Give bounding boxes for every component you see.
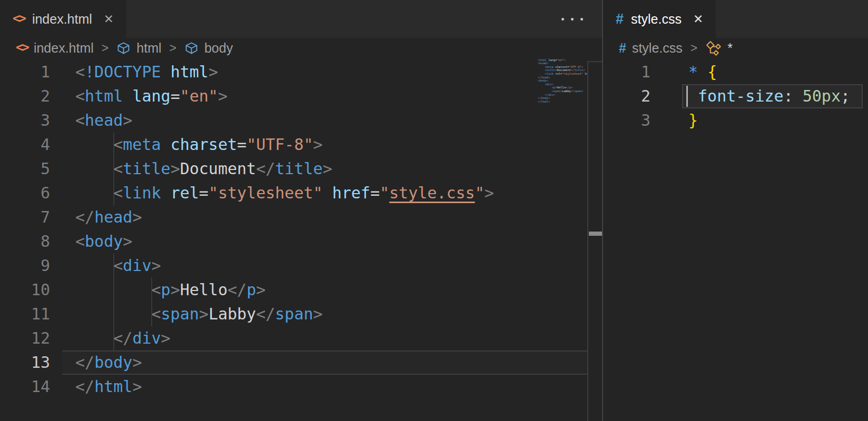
code-editor-right: 1* {2 font-size: 50px;3}	[603, 58, 868, 421]
code-editor-left: 1<!DOCTYPE html>2<html lang="en">3<head>…	[0, 58, 602, 421]
symbol-rule-icon	[705, 40, 722, 56]
line-number[interactable]: 4	[0, 133, 75, 157]
code-line-5[interactable]: 5 <title>Document</title>	[0, 157, 602, 181]
tab-bar-right: # style.css ✕	[603, 0, 868, 38]
tab-label: style.css	[631, 12, 682, 27]
line-number[interactable]: 1	[603, 60, 688, 84]
close-tab-icon[interactable]: ✕	[693, 12, 703, 26]
code-line-8[interactable]: 8<body>	[0, 229, 602, 254]
code-text: font-size: 50px;	[688, 84, 850, 108]
overview-ruler[interactable]	[587, 61, 602, 421]
dot	[580, 18, 583, 21]
line-number[interactable]: 9	[0, 254, 75, 278]
editor-group-left: <> index.html ✕ <> index.html > html > b…	[0, 0, 602, 421]
line-number[interactable]: 12	[0, 326, 75, 350]
code-text: <head>	[75, 108, 132, 133]
line-number[interactable]: 1	[0, 60, 75, 84]
dot	[571, 18, 574, 21]
breadcrumb-right: # style.css > *	[603, 38, 868, 58]
code-line-1[interactable]: 1* {	[603, 60, 868, 84]
minimap-line: </div>	[538, 93, 587, 97]
tab-label: index.html	[32, 12, 92, 27]
code-text: </head>	[75, 205, 142, 229]
breadcrumb-file[interactable]: style.css	[632, 41, 683, 56]
code-text: </html>	[75, 375, 142, 399]
code-text: </div>	[75, 326, 171, 350]
line-number[interactable]: 2	[603, 84, 688, 108]
code-line-3[interactable]: 3}	[603, 108, 868, 133]
code-line-13[interactable]: 13</body>	[0, 350, 602, 375]
code-text: * {	[688, 60, 717, 84]
code-text: <!DOCTYPE html>	[75, 60, 218, 84]
tab-index-html[interactable]: <> index.html ✕	[0, 0, 126, 38]
html-file-icon: <>	[13, 11, 25, 26]
dot	[561, 18, 564, 21]
code-line-10[interactable]: 10 <p>Hello</p>	[0, 278, 602, 302]
code-text: <p>Hello</p>	[75, 278, 265, 302]
minimap-line: </head>	[538, 76, 587, 79]
line-number[interactable]: 8	[0, 229, 75, 254]
code-line-7[interactable]: 7</head>	[0, 205, 602, 229]
line-number[interactable]: 10	[0, 278, 75, 302]
symbol-cube-icon	[184, 41, 199, 55]
code-line-4[interactable]: 4 <meta charset="UTF-8">	[0, 133, 602, 157]
code-text: <body>	[75, 229, 132, 254]
code-line-2[interactable]: 2 font-size: 50px;	[603, 84, 868, 108]
minimap-line: <head>	[538, 62, 587, 65]
code-line-14[interactable]: 14</html>	[0, 375, 602, 399]
line-number[interactable]: 11	[0, 302, 75, 326]
code-lines: 1<!DOCTYPE html>2<html lang="en">3<head>…	[0, 58, 602, 399]
minimap-line: <div>	[538, 83, 587, 86]
minimap-line: <body>	[538, 79, 587, 83]
code-text: <span>Labby</span>	[75, 302, 323, 326]
minimap-line: </body>	[538, 96, 587, 100]
tab-style-css[interactable]: # style.css ✕	[603, 0, 716, 38]
code-lines: 1* {2 font-size: 50px;3}	[603, 58, 868, 133]
code-line-9[interactable]: 9 <div>	[0, 254, 602, 278]
close-tab-icon[interactable]: ✕	[104, 12, 114, 26]
code-text: <html lang="en">	[75, 84, 228, 108]
breadcrumb-symbol[interactable]: *	[727, 41, 733, 56]
line-number[interactable]: 6	[0, 181, 75, 205]
editor-group-right: # style.css ✕ # style.css > * 1* {2 font…	[602, 0, 868, 421]
scrollbar-cursor-marker[interactable]	[589, 232, 602, 236]
minimap[interactable]: <!DOCTYPE html><html lang="en"><head> <m…	[538, 58, 587, 103]
line-number[interactable]: 14	[0, 375, 75, 399]
code-line-11[interactable]: 11 <span>Labby</span>	[0, 302, 602, 326]
symbol-cube-icon	[116, 41, 131, 55]
html-file-icon: <>	[16, 40, 28, 55]
minimap-line: <title>Document</title>	[538, 68, 587, 72]
code-text: <title>Document</title>	[75, 157, 332, 181]
code-text: <link rel="stylesheet" href="style.css">	[75, 181, 494, 205]
breadcrumb-segment-body[interactable]: body	[204, 41, 233, 56]
code-line-3[interactable]: 3<head>	[0, 108, 602, 133]
code-text: <meta charset="UTF-8">	[75, 133, 323, 157]
code-text: }	[688, 108, 698, 133]
code-line-6[interactable]: 6 <link rel="stylesheet" href="style.css…	[0, 181, 602, 205]
code-text: <div>	[75, 254, 161, 278]
tab-bar-left: <> index.html ✕	[0, 0, 602, 38]
line-number[interactable]: 2	[0, 84, 75, 108]
code-line-12[interactable]: 12 </div>	[0, 326, 602, 350]
css-file-icon: #	[619, 41, 626, 56]
code-text: </body>	[75, 350, 142, 375]
breadcrumb-separator: >	[102, 41, 108, 55]
line-number[interactable]: 13	[0, 350, 75, 375]
line-number[interactable]: 3	[603, 108, 688, 133]
minimap-line: <p>Hello</p>	[538, 86, 587, 89]
code-line-1[interactable]: 1<!DOCTYPE html>	[0, 60, 602, 84]
line-number[interactable]: 5	[0, 157, 75, 181]
breadcrumb-separator: >	[170, 41, 176, 55]
css-file-icon: #	[616, 11, 624, 27]
code-line-2[interactable]: 2<html lang="en">	[0, 84, 602, 108]
minimap-line: </html>	[538, 100, 587, 104]
minimap-line: <html lang="en">	[538, 58, 587, 62]
more-actions-ellipsis-icon[interactable]	[561, 0, 602, 38]
line-number[interactable]: 3	[0, 108, 75, 133]
breadcrumb-file[interactable]: index.html	[34, 41, 94, 56]
line-number[interactable]: 7	[0, 205, 75, 229]
breadcrumb-separator: >	[691, 41, 697, 55]
minimap-line: <meta charset="UTF-8">	[538, 65, 587, 69]
breadcrumb-segment-html[interactable]: html	[136, 41, 161, 56]
minimap-line: <span>Labby</span>	[538, 89, 587, 93]
